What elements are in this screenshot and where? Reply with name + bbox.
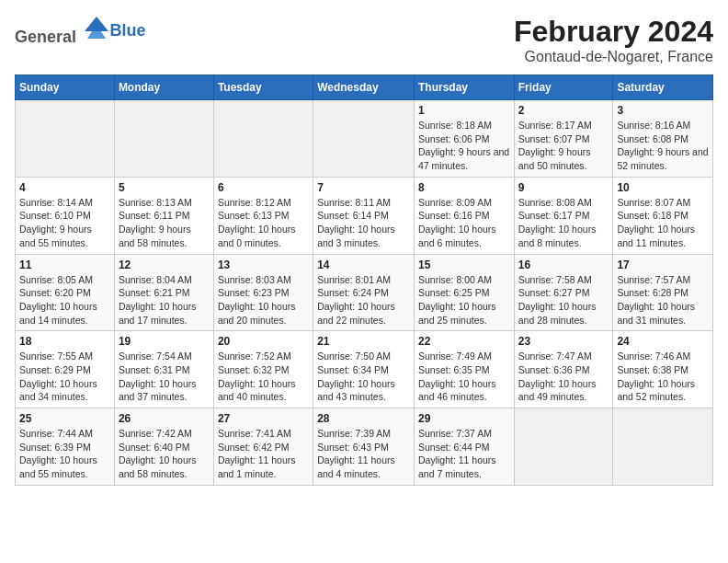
day-number: 10	[617, 181, 709, 194]
day-number: 23	[518, 335, 609, 348]
calendar-header-row: SundayMondayTuesdayWednesdayThursdayFrid…	[16, 75, 713, 100]
calendar-cell	[213, 100, 313, 178]
day-detail: Sunrise: 7:39 AM Sunset: 6:43 PM Dayligh…	[317, 427, 410, 481]
day-number: 3	[617, 104, 709, 117]
column-header-sunday: Sunday	[16, 75, 115, 100]
calendar-cell: 27Sunrise: 7:41 AM Sunset: 6:42 PM Dayli…	[213, 408, 313, 486]
day-detail: Sunrise: 8:07 AM Sunset: 6:18 PM Dayligh…	[617, 196, 709, 250]
day-number: 18	[19, 335, 110, 348]
svg-marker-0	[85, 17, 108, 31]
calendar-week-row: 1Sunrise: 8:18 AM Sunset: 6:06 PM Daylig…	[16, 100, 713, 178]
day-detail: Sunrise: 7:54 AM Sunset: 6:31 PM Dayligh…	[119, 350, 210, 404]
calendar-week-row: 11Sunrise: 8:05 AM Sunset: 6:20 PM Dayli…	[16, 254, 713, 331]
day-detail: Sunrise: 8:05 AM Sunset: 6:20 PM Dayligh…	[19, 273, 110, 327]
column-header-friday: Friday	[514, 75, 613, 100]
calendar-cell: 15Sunrise: 8:00 AM Sunset: 6:25 PM Dayli…	[414, 254, 514, 331]
day-detail: Sunrise: 7:57 AM Sunset: 6:28 PM Dayligh…	[617, 273, 709, 327]
calendar-cell: 11Sunrise: 8:05 AM Sunset: 6:20 PM Dayli…	[16, 254, 115, 331]
svg-marker-1	[87, 31, 106, 39]
calendar-week-row: 18Sunrise: 7:55 AM Sunset: 6:29 PM Dayli…	[16, 331, 713, 408]
day-detail: Sunrise: 8:00 AM Sunset: 6:25 PM Dayligh…	[418, 273, 510, 327]
calendar-cell: 17Sunrise: 7:57 AM Sunset: 6:28 PM Dayli…	[613, 254, 713, 331]
day-detail: Sunrise: 8:03 AM Sunset: 6:23 PM Dayligh…	[218, 273, 309, 327]
day-detail: Sunrise: 7:52 AM Sunset: 6:32 PM Dayligh…	[218, 350, 309, 404]
day-number: 13	[218, 259, 309, 271]
day-number: 21	[317, 335, 410, 348]
calendar-cell: 3Sunrise: 8:16 AM Sunset: 6:08 PM Daylig…	[613, 100, 713, 178]
day-detail: Sunrise: 8:13 AM Sunset: 6:11 PM Dayligh…	[119, 196, 210, 250]
day-detail: Sunrise: 8:16 AM Sunset: 6:08 PM Dayligh…	[617, 119, 709, 173]
calendar-cell: 29Sunrise: 7:37 AM Sunset: 6:44 PM Dayli…	[414, 408, 514, 486]
calendar-cell	[16, 100, 115, 178]
calendar-cell: 12Sunrise: 8:04 AM Sunset: 6:21 PM Dayli…	[114, 254, 213, 331]
day-number: 6	[218, 181, 309, 194]
day-number: 16	[518, 259, 609, 271]
page-title: February 2024	[514, 15, 713, 49]
calendar-cell: 14Sunrise: 8:01 AM Sunset: 6:24 PM Dayli…	[313, 254, 415, 331]
logo-blue: Blue	[110, 21, 146, 40]
logo-general: General	[15, 28, 76, 46]
day-detail: Sunrise: 8:18 AM Sunset: 6:06 PM Dayligh…	[418, 119, 510, 173]
logo-icon	[83, 15, 110, 42]
day-detail: Sunrise: 8:08 AM Sunset: 6:17 PM Dayligh…	[518, 196, 609, 250]
day-number: 7	[317, 181, 410, 194]
day-number: 22	[418, 335, 510, 348]
calendar-cell: 18Sunrise: 7:55 AM Sunset: 6:29 PM Dayli…	[16, 331, 115, 408]
day-detail: Sunrise: 7:41 AM Sunset: 6:42 PM Dayligh…	[218, 427, 309, 481]
column-header-wednesday: Wednesday	[313, 75, 415, 100]
calendar-cell	[514, 408, 613, 486]
day-number: 24	[617, 335, 709, 348]
day-number: 14	[317, 259, 410, 271]
calendar-cell: 20Sunrise: 7:52 AM Sunset: 6:32 PM Dayli…	[213, 331, 313, 408]
day-detail: Sunrise: 7:50 AM Sunset: 6:34 PM Dayligh…	[317, 350, 410, 404]
day-detail: Sunrise: 7:58 AM Sunset: 6:27 PM Dayligh…	[518, 273, 609, 327]
day-number: 20	[218, 335, 309, 348]
day-number: 25	[19, 412, 110, 425]
calendar-cell: 1Sunrise: 8:18 AM Sunset: 6:06 PM Daylig…	[414, 100, 514, 178]
day-detail: Sunrise: 8:09 AM Sunset: 6:16 PM Dayligh…	[418, 196, 510, 250]
day-detail: Sunrise: 8:14 AM Sunset: 6:10 PM Dayligh…	[19, 196, 110, 250]
calendar-cell: 13Sunrise: 8:03 AM Sunset: 6:23 PM Dayli…	[213, 254, 313, 331]
day-detail: Sunrise: 7:42 AM Sunset: 6:40 PM Dayligh…	[119, 427, 210, 481]
day-detail: Sunrise: 7:47 AM Sunset: 6:36 PM Dayligh…	[518, 350, 609, 404]
page-subtitle: Gontaud-de-Nogaret, France	[514, 49, 713, 65]
day-number: 19	[119, 335, 210, 348]
calendar-week-row: 25Sunrise: 7:44 AM Sunset: 6:39 PM Dayli…	[16, 408, 713, 486]
calendar-cell: 8Sunrise: 8:09 AM Sunset: 6:16 PM Daylig…	[414, 177, 514, 254]
calendar-cell: 28Sunrise: 7:39 AM Sunset: 6:43 PM Dayli…	[313, 408, 415, 486]
day-detail: Sunrise: 7:44 AM Sunset: 6:39 PM Dayligh…	[19, 427, 110, 481]
day-number: 27	[218, 412, 309, 425]
column-header-tuesday: Tuesday	[213, 75, 313, 100]
day-detail: Sunrise: 7:37 AM Sunset: 6:44 PM Dayligh…	[418, 427, 510, 481]
calendar-cell	[114, 100, 213, 178]
day-number: 15	[418, 259, 510, 271]
calendar-cell: 23Sunrise: 7:47 AM Sunset: 6:36 PM Dayli…	[514, 331, 613, 408]
day-number: 26	[119, 412, 210, 425]
day-detail: Sunrise: 8:11 AM Sunset: 6:14 PM Dayligh…	[317, 196, 410, 250]
calendar-cell: 2Sunrise: 8:17 AM Sunset: 6:07 PM Daylig…	[514, 100, 613, 178]
day-detail: Sunrise: 8:04 AM Sunset: 6:21 PM Dayligh…	[119, 273, 210, 327]
calendar-cell: 5Sunrise: 8:13 AM Sunset: 6:11 PM Daylig…	[114, 177, 213, 254]
day-number: 8	[418, 181, 510, 194]
day-number: 11	[19, 259, 110, 271]
day-number: 2	[518, 104, 609, 117]
calendar-cell: 19Sunrise: 7:54 AM Sunset: 6:31 PM Dayli…	[114, 331, 213, 408]
day-detail: Sunrise: 8:01 AM Sunset: 6:24 PM Dayligh…	[317, 273, 410, 327]
page-header: General Blue February 2024 Gontaud-de-No…	[15, 15, 713, 65]
calendar-week-row: 4Sunrise: 8:14 AM Sunset: 6:10 PM Daylig…	[16, 177, 713, 254]
day-detail: Sunrise: 7:49 AM Sunset: 6:35 PM Dayligh…	[418, 350, 510, 404]
day-number: 28	[317, 412, 410, 425]
day-number: 12	[119, 259, 210, 271]
logo: General Blue	[15, 15, 146, 47]
day-detail: Sunrise: 7:46 AM Sunset: 6:38 PM Dayligh…	[617, 350, 709, 404]
calendar-cell: 24Sunrise: 7:46 AM Sunset: 6:38 PM Dayli…	[613, 331, 713, 408]
calendar-cell	[313, 100, 415, 178]
column-header-monday: Monday	[114, 75, 213, 100]
day-detail: Sunrise: 8:12 AM Sunset: 6:13 PM Dayligh…	[218, 196, 309, 250]
calendar-cell: 10Sunrise: 8:07 AM Sunset: 6:18 PM Dayli…	[613, 177, 713, 254]
calendar-cell	[613, 408, 713, 486]
day-number: 9	[518, 181, 609, 194]
calendar-cell: 26Sunrise: 7:42 AM Sunset: 6:40 PM Dayli…	[114, 408, 213, 486]
column-header-thursday: Thursday	[414, 75, 514, 100]
calendar-cell: 22Sunrise: 7:49 AM Sunset: 6:35 PM Dayli…	[414, 331, 514, 408]
